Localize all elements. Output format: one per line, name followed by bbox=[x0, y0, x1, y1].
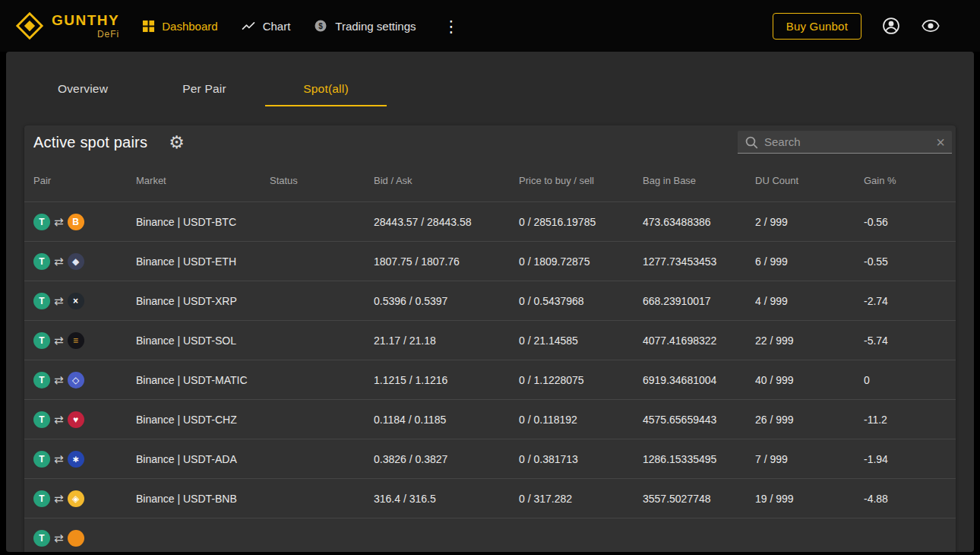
table-row[interactable]: T⇄∗Binance | USDT-ADA0.3826 / 0.38270 / … bbox=[24, 439, 956, 478]
topbar-actions: Buy Gunbot bbox=[773, 13, 940, 40]
pair-cell: T⇄♥ bbox=[33, 411, 136, 428]
du-count-cell: 4 / 999 bbox=[755, 295, 864, 307]
usdt-coin-icon: T bbox=[33, 253, 50, 270]
buy-gunbot-button[interactable]: Buy Gunbot bbox=[773, 13, 861, 40]
column-header-market: Market bbox=[136, 175, 270, 186]
clear-search-icon[interactable]: × bbox=[936, 135, 945, 150]
bid-ask-cell: 21.17 / 21.18 bbox=[374, 335, 519, 347]
usdt-coin-icon: T bbox=[33, 372, 50, 388]
btc-coin-icon: B bbox=[68, 214, 84, 230]
brand-subtitle: DeFi bbox=[97, 30, 119, 39]
gain-cell: 0 bbox=[864, 374, 956, 386]
bid-ask-cell: 1807.75 / 1807.76 bbox=[374, 255, 519, 268]
bag-in-base-cell: 6919.34681004 bbox=[643, 374, 755, 386]
bag-in-base-cell: 4575.65659443 bbox=[643, 414, 755, 426]
matic-coin-icon: ◇ bbox=[68, 372, 84, 388]
tab-spot-all[interactable]: Spot(all) bbox=[265, 73, 387, 106]
market-cell: Binance | USDT-ADA bbox=[136, 453, 270, 465]
table-row[interactable]: T⇄♥Binance | USDT-CHZ0.1184 / 0.11850 / … bbox=[24, 399, 956, 439]
chz-coin-icon: ♥ bbox=[68, 411, 84, 428]
swap-arrows-icon: ⇄ bbox=[54, 374, 64, 385]
usdt-coin-icon: T bbox=[33, 293, 50, 309]
table-row[interactable]: T⇄BBinance | USDT-BTC28443.57 / 28443.58… bbox=[24, 201, 956, 241]
swap-arrows-icon: ⇄ bbox=[54, 335, 64, 346]
gain-cell: -1.94 bbox=[864, 453, 956, 465]
bid-ask-cell: 0.5396 / 0.5397 bbox=[374, 295, 519, 307]
top-bar: GUNTHY DeFi Dashboard Chart bbox=[0, 0, 980, 52]
market-cell: Binance | USDT-BTC bbox=[136, 216, 270, 228]
card-title: Active spot pairs bbox=[33, 134, 147, 151]
eth-coin-icon: ◆ bbox=[68, 253, 84, 270]
search-icon bbox=[744, 135, 758, 149]
usdt-coin-icon: T bbox=[33, 332, 50, 349]
bid-ask-cell: 0.3826 / 0.3827 bbox=[374, 453, 519, 465]
usdt-coin-icon: T bbox=[33, 490, 50, 507]
table-row[interactable]: T⇄◇Binance | USDT-MATIC1.1215 / 1.12160 … bbox=[24, 360, 956, 399]
main-nav: Dashboard Chart $ Trading settings ⋮ bbox=[142, 18, 462, 34]
pair-cell: T⇄× bbox=[33, 293, 136, 309]
swap-arrows-icon: ⇄ bbox=[54, 414, 64, 425]
table-row[interactable]: T⇄◆Binance | USDT-ETH1807.75 / 1807.760 … bbox=[24, 241, 956, 281]
pair-cell: T⇄ bbox=[33, 530, 136, 547]
pair-cell: T⇄B bbox=[33, 214, 136, 230]
search-input[interactable] bbox=[763, 135, 931, 149]
du-count-cell: 26 / 999 bbox=[755, 414, 864, 426]
gain-cell: -4.88 bbox=[864, 493, 956, 505]
gain-cell: -5.74 bbox=[864, 335, 956, 347]
bid-ask-cell: 0.1184 / 0.1185 bbox=[374, 414, 519, 426]
account-icon[interactable] bbox=[881, 16, 901, 36]
gain-cell: -2.74 bbox=[864, 295, 956, 307]
price-to-buy-sell-cell: 0 / 1.1228075 bbox=[519, 374, 643, 386]
tab-overview[interactable]: Overview bbox=[22, 73, 144, 106]
swap-arrows-icon: ⇄ bbox=[54, 532, 64, 544]
swap-arrows-icon: ⇄ bbox=[54, 295, 64, 306]
visibility-eye-icon[interactable] bbox=[921, 16, 940, 36]
usdt-coin-icon: T bbox=[33, 530, 50, 547]
chart-line-icon bbox=[241, 18, 256, 33]
usdt-coin-icon: T bbox=[33, 214, 50, 230]
brand-logo[interactable]: GUNTHY DeFi bbox=[15, 11, 119, 40]
nav-trading-settings[interactable]: $ Trading settings bbox=[313, 18, 416, 33]
settings-gear-icon[interactable]: ⚙ bbox=[169, 134, 185, 151]
table-row[interactable]: T⇄◈Binance | USDT-BNB316.4 / 316.50 / 31… bbox=[24, 478, 956, 518]
search-box: × bbox=[738, 131, 952, 154]
table-row[interactable]: T⇄×Binance | USDT-XRP0.5396 / 0.53970 / … bbox=[24, 281, 956, 320]
column-header-bid-ask: Bid / Ask bbox=[374, 175, 519, 186]
swap-arrows-icon: ⇄ bbox=[54, 216, 64, 227]
column-header-gain: Gain % bbox=[864, 175, 956, 186]
market-cell: Binance | USDT-SOL bbox=[136, 335, 270, 347]
card-header: Active spot pairs ⚙ × bbox=[33, 125, 952, 159]
price-to-buy-sell-cell: 0 / 317.282 bbox=[519, 493, 643, 505]
active-spot-pairs-card: Active spot pairs ⚙ × Pair Market Status… bbox=[24, 125, 956, 552]
pair-cell: T⇄≡ bbox=[33, 332, 136, 349]
more-menu-icon[interactable]: ⋮ bbox=[440, 18, 462, 34]
table-body: T⇄BBinance | USDT-BTC28443.57 / 28443.58… bbox=[24, 201, 956, 552]
bag-in-base-cell: 473.63488386 bbox=[643, 216, 755, 228]
brand-name: GUNTHY bbox=[52, 13, 119, 27]
nav-dashboard[interactable]: Dashboard bbox=[142, 20, 217, 33]
table-row[interactable]: T⇄≡Binance | USDT-SOL21.17 / 21.180 / 21… bbox=[24, 320, 956, 360]
gain-cell: -0.56 bbox=[864, 216, 956, 228]
pair-cell: T⇄◈ bbox=[33, 490, 136, 507]
du-count-cell: 2 / 999 bbox=[755, 216, 864, 228]
bag-in-base-cell: 668.23910017 bbox=[643, 295, 755, 307]
table-row[interactable]: T⇄ bbox=[24, 518, 956, 552]
price-to-buy-sell-cell: 0 / 28516.19785 bbox=[519, 216, 643, 228]
bag-in-base-cell: 3557.5027748 bbox=[643, 493, 755, 505]
pair-cell: T⇄◆ bbox=[33, 253, 136, 270]
price-to-buy-sell-cell: 0 / 0.381713 bbox=[519, 453, 643, 465]
market-cell: Binance | USDT-MATIC bbox=[136, 374, 270, 386]
svg-text:$: $ bbox=[319, 22, 324, 30]
nav-trading-settings-label: Trading settings bbox=[335, 20, 416, 33]
market-cell: Binance | USDT-XRP bbox=[136, 295, 270, 307]
nav-chart[interactable]: Chart bbox=[241, 18, 291, 33]
price-to-buy-sell-cell: 0 / 0.5437968 bbox=[519, 295, 643, 307]
tab-per-pair[interactable]: Per Pair bbox=[144, 73, 265, 106]
column-header-du-count: DU Count bbox=[755, 175, 864, 186]
bnb-coin-icon: ◈ bbox=[68, 490, 84, 507]
du-count-cell: 6 / 999 bbox=[755, 255, 864, 268]
bag-in-base-cell: 4077.41698322 bbox=[643, 335, 755, 347]
content-area: Overview Per Pair Spot(all) Active spot … bbox=[6, 52, 974, 552]
swap-arrows-icon: ⇄ bbox=[54, 255, 64, 267]
usdt-coin-icon: T bbox=[33, 451, 50, 468]
